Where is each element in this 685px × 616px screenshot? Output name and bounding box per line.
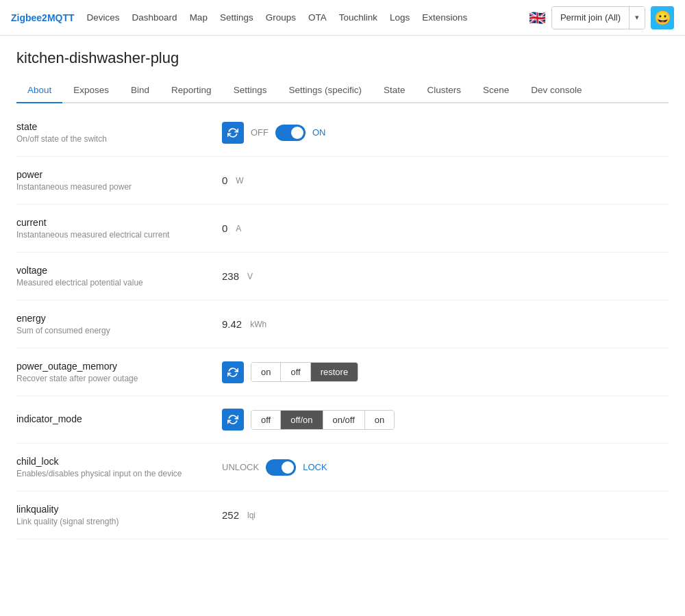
avatar-emoji-icon: 😀: [654, 10, 671, 26]
page-title: kitchen-dishwasher-plug: [16, 49, 669, 67]
setting-name-power: power: [16, 169, 208, 180]
setting-control-col-power: 0 W: [222, 175, 669, 186]
toggle-container-child_lock: UNLOCKLOCK: [222, 459, 327, 476]
setting-desc-child_lock: Enables/disables physical input on the d…: [16, 469, 208, 478]
setting-control-col-linkquality: 252 lqi: [222, 509, 669, 521]
btn-group-item-power_outage_memory-on[interactable]: on: [251, 363, 281, 381]
setting-label-col-child_lock: child_lockEnables/disables physical inpu…: [16, 456, 208, 478]
settings-section: stateOn/off state of the switchOFFONpowe…: [16, 109, 669, 539]
setting-name-current: current: [16, 217, 208, 228]
nav-item-ota[interactable]: OTA: [308, 12, 327, 23]
refresh-button-power_outage_memory[interactable]: [222, 361, 244, 383]
value-text-voltage: 238: [222, 270, 239, 282]
toggle-on-label-child_lock: LOCK: [303, 462, 327, 472]
setting-desc-state: On/off state of the switch: [16, 134, 208, 144]
value-text-energy: 9.42: [222, 318, 242, 330]
setting-name-child_lock: child_lock: [16, 456, 208, 467]
setting-name-state: state: [16, 121, 208, 132]
setting-desc-linkquality: Link quality (signal strength): [16, 517, 208, 526]
value-unit-voltage: V: [247, 272, 253, 281]
tab-reporting[interactable]: Reporting: [160, 78, 223, 103]
setting-row-child_lock: child_lockEnables/disables physical inpu…: [16, 444, 669, 491]
nav-item-logs[interactable]: Logs: [390, 12, 410, 23]
setting-name-linkquality: linkquality: [16, 504, 208, 515]
tab-about[interactable]: About: [16, 78, 62, 103]
setting-label-col-energy: energySum of consumed energy: [16, 313, 208, 335]
btn-group-power_outage_memory: onoffrestore: [251, 362, 358, 382]
setting-row-linkquality: linkqualityLink quality (signal strength…: [16, 491, 669, 539]
permit-join-button[interactable]: Permit join (All) ▾: [551, 6, 645, 29]
value-unit-linkquality: lqi: [247, 511, 256, 520]
setting-name-power_outage_memory: power_outage_memory: [16, 361, 208, 372]
tab-bind[interactable]: Bind: [120, 78, 160, 103]
setting-name-indicator_mode: indicator_mode: [16, 413, 208, 424]
nav-brand[interactable]: Zigbee2MQTT: [11, 12, 75, 23]
permit-join-caret-icon[interactable]: ▾: [629, 7, 645, 29]
setting-row-power: powerInstantaneous measured power0 W: [16, 157, 669, 205]
value-unit-energy: kWh: [250, 320, 266, 329]
toggle-off-label-child_lock: UNLOCK: [222, 462, 259, 472]
toggle-switch-child_lock[interactable]: [266, 459, 296, 476]
toggle-off-label-state: OFF: [251, 127, 269, 138]
tab-settings-tab[interactable]: Settings: [223, 78, 278, 103]
tab-settings-specific[interactable]: Settings (specific): [277, 78, 373, 103]
tab-exposes[interactable]: Exposes: [62, 78, 120, 103]
setting-control-col-voltage: 238 V: [222, 270, 669, 282]
nav-item-settings[interactable]: Settings: [220, 12, 253, 23]
refresh-button-state[interactable]: [222, 122, 244, 144]
setting-name-energy: energy: [16, 313, 208, 324]
avatar-button[interactable]: 😀: [651, 6, 674, 29]
setting-label-col-power: powerInstantaneous measured power: [16, 169, 208, 192]
value-unit-current: A: [236, 224, 241, 233]
setting-control-col-indicator_mode: offoff/onon/offon: [222, 409, 669, 431]
tab-clusters[interactable]: Clusters: [416, 78, 473, 103]
setting-control-col-child_lock: UNLOCKLOCK: [222, 459, 669, 476]
setting-control-col-energy: 9.42 kWh: [222, 318, 669, 330]
setting-desc-power: Instantaneous measured power: [16, 182, 208, 192]
page-content: kitchen-dishwasher-plug AboutExposesBind…: [0, 36, 685, 616]
nav-item-touchlink[interactable]: Touchlink: [339, 12, 377, 23]
value-text-current: 0: [222, 222, 227, 234]
btn-group-item-indicator_mode-on-off[interactable]: on/off: [323, 411, 365, 429]
tab-scene[interactable]: Scene: [472, 78, 520, 103]
setting-label-col-current: currentInstantaneous measured electrical…: [16, 217, 208, 240]
setting-row-power_outage_memory: power_outage_memoryRecover state after p…: [16, 348, 669, 396]
toggle-slider-state[interactable]: [275, 125, 306, 141]
setting-desc-energy: Sum of consumed energy: [16, 326, 208, 335]
nav-item-map[interactable]: Map: [190, 12, 208, 23]
nav-item-groups[interactable]: Groups: [266, 12, 296, 23]
toggle-on-label-state: ON: [312, 127, 326, 138]
setting-label-col-power_outage_memory: power_outage_memoryRecover state after p…: [16, 361, 208, 383]
tab-dev-console[interactable]: Dev console: [520, 78, 593, 103]
setting-label-col-voltage: voltageMeasured electrical potential val…: [16, 265, 208, 287]
toggle-container-state: OFFON: [251, 125, 326, 141]
nav-item-dashboard[interactable]: Dashboard: [132, 12, 177, 23]
tab-state[interactable]: State: [373, 78, 416, 103]
value-unit-power: W: [236, 176, 243, 185]
value-text-linkquality: 252: [222, 509, 239, 521]
toggle-slider-child_lock[interactable]: [266, 459, 296, 476]
setting-row-current: currentInstantaneous measured electrical…: [16, 205, 669, 253]
setting-desc-current: Instantaneous measured electrical curren…: [16, 230, 208, 240]
topnav: Zigbee2MQTT Devices Dashboard Map Settin…: [0, 0, 685, 36]
btn-group-item-power_outage_memory-restore[interactable]: restore: [311, 363, 358, 381]
nav-item-extensions[interactable]: Extensions: [422, 12, 467, 23]
btn-group-item-indicator_mode-off[interactable]: off: [251, 411, 281, 429]
setting-label-col-indicator_mode: indicator_mode: [16, 413, 208, 426]
btn-group-item-indicator_mode-on[interactable]: on: [365, 411, 394, 429]
setting-label-col-linkquality: linkqualityLink quality (signal strength…: [16, 504, 208, 526]
btn-group-indicator_mode: offoff/onon/offon: [251, 410, 395, 430]
toggle-switch-state[interactable]: [275, 125, 306, 141]
setting-desc-voltage: Measured electrical potential value: [16, 278, 208, 287]
setting-row-indicator_mode: indicator_modeoffoff/onon/offon: [16, 396, 669, 444]
setting-row-voltage: voltageMeasured electrical potential val…: [16, 253, 669, 300]
btn-group-item-power_outage_memory-off[interactable]: off: [281, 363, 310, 381]
language-flag-icon[interactable]: 🇬🇧: [529, 10, 546, 26]
refresh-button-indicator_mode[interactable]: [222, 409, 244, 431]
setting-control-col-power_outage_memory: onoffrestore: [222, 361, 669, 383]
setting-label-col-state: stateOn/off state of the switch: [16, 121, 208, 144]
nav-item-devices[interactable]: Devices: [87, 12, 120, 23]
tabs-bar: AboutExposesBindReportingSettingsSetting…: [16, 78, 669, 103]
value-text-power: 0: [222, 175, 227, 186]
btn-group-item-indicator_mode-off-on[interactable]: off/on: [281, 411, 323, 429]
